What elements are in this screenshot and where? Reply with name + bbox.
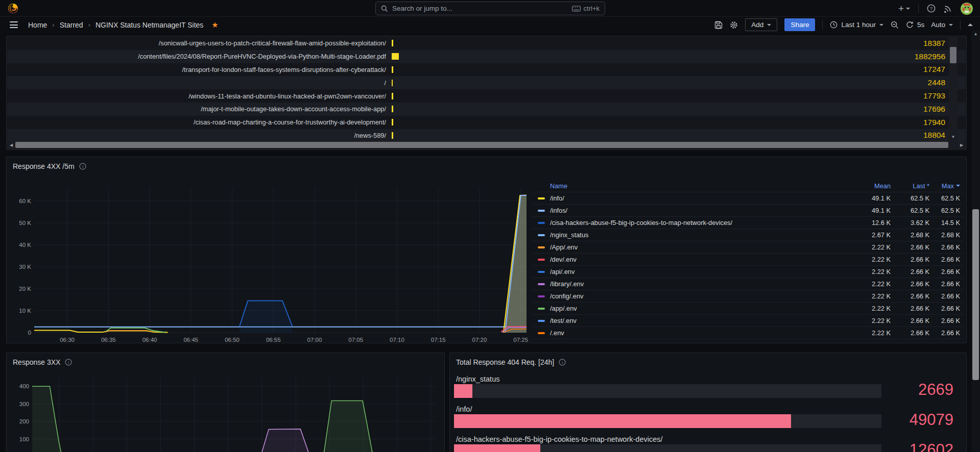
- favorite-star-icon[interactable]: ★: [211, 20, 218, 30]
- legend-row[interactable]: /library/.env2.22 K2.66 K2.66 K: [532, 278, 963, 290]
- bar-gauge-rows: /nginx_status2669/info/49079/cisa-hacker…: [456, 373, 953, 452]
- legend-series-name[interactable]: /App/.env: [550, 243, 855, 251]
- breadcrumb-starred[interactable]: Starred: [60, 21, 83, 29]
- row-value: 17940: [864, 118, 945, 127]
- timeseries-chart-4xx[interactable]: 010 K20 K30 K40 K50 K60 K06:3006:3506:40…: [11, 184, 528, 343]
- legend-series-name[interactable]: /config/.env: [550, 292, 855, 300]
- panel-header[interactable]: Response 3XX i: [13, 358, 72, 366]
- series-color-chip[interactable]: [538, 259, 545, 261]
- scrollbar-thumb[interactable]: [15, 142, 948, 148]
- series-color-chip[interactable]: [538, 210, 545, 212]
- page-scrollbar[interactable]: ▲: [971, 31, 980, 452]
- value-bar: [392, 93, 393, 99]
- clock-icon: [830, 21, 838, 29]
- legend-row[interactable]: /dev/.env2.22 K2.66 K2.66 K: [532, 253, 963, 265]
- dashboard-settings-button[interactable]: [730, 21, 738, 29]
- legend-series-name[interactable]: /library/.env: [550, 280, 855, 288]
- zoom-out-button[interactable]: [891, 21, 899, 29]
- info-icon[interactable]: i: [79, 163, 86, 170]
- legend-row[interactable]: /api/.env2.22 K2.66 K2.66 K: [532, 265, 963, 278]
- series-color-chip[interactable]: [538, 308, 545, 310]
- new-button[interactable]: +: [898, 4, 910, 13]
- table-row: /content/files/2024/08/Report-PureHVNC-D…: [7, 50, 966, 63]
- panel-header[interactable]: Total Response 404 Req. [24h] i: [456, 358, 566, 366]
- series-color-chip[interactable]: [538, 332, 545, 334]
- legend-mean-value: 2.22 K: [855, 268, 891, 275]
- legend-max-value: 62.5 K: [929, 207, 963, 214]
- share-button[interactable]: Share: [784, 18, 815, 31]
- legend-row[interactable]: /.env2.22 K2.66 K2.66 K: [532, 327, 963, 339]
- news-button[interactable]: [944, 4, 952, 13]
- user-avatar[interactable]: [961, 3, 973, 15]
- scrollbar-thumb[interactable]: [972, 209, 979, 380]
- help-button[interactable]: ?: [927, 4, 936, 13]
- scroll-up-arrow-icon[interactable]: ▲: [971, 32, 980, 36]
- search-input[interactable]: Search or jump to... ctrl+k: [375, 2, 605, 15]
- sort-desc-icon: [956, 185, 960, 187]
- menu-toggle-button[interactable]: [8, 19, 20, 30]
- legend-header-name[interactable]: Name: [532, 182, 855, 190]
- legend-row[interactable]: /nginx_status2.67 K2.68 K2.68 K: [532, 229, 963, 241]
- breadcrumb-home[interactable]: Home: [28, 21, 47, 29]
- legend-series-name[interactable]: /dev/.env: [550, 256, 855, 263]
- legend-row[interactable]: /infos/49.1 K62.5 K62.5 K: [532, 204, 963, 216]
- legend-series-name[interactable]: /test/.env: [550, 317, 855, 324]
- legend-mean-value: 2.67 K: [855, 231, 891, 239]
- legend-last-value: 2.66 K: [891, 317, 929, 324]
- chevron-up-icon[interactable]: [968, 23, 973, 26]
- row-bar-zone: [392, 119, 393, 126]
- search-icon: [381, 5, 388, 12]
- legend-row[interactable]: /info/49.1 K62.5 K62.5 K: [532, 192, 963, 204]
- panel-horizontal-scrollbar[interactable]: ◀ ▶: [7, 141, 966, 149]
- legend-mean-value: 2.22 K: [855, 329, 891, 337]
- legend-row[interactable]: /vendor/.env2.22 K2.66 K2.66 K: [532, 339, 963, 343]
- grafana-logo-icon[interactable]: [7, 3, 19, 14]
- scrollbar-thumb[interactable]: [950, 47, 957, 63]
- gauge-track: [454, 384, 881, 398]
- legend-max-value: 2.68 K: [929, 231, 963, 239]
- legend-header-mean[interactable]: Mean: [855, 182, 891, 190]
- legend-max-value: 14.5 K: [929, 219, 963, 227]
- save-dashboard-button[interactable]: [714, 21, 723, 29]
- row-value: 2448: [864, 78, 945, 87]
- scroll-left-arrow-icon[interactable]: ◀: [7, 143, 15, 147]
- timeseries-chart-3xx[interactable]: 100200300400: [9, 376, 441, 452]
- info-icon[interactable]: i: [65, 359, 72, 366]
- series-color-chip[interactable]: [538, 222, 545, 224]
- series-color-chip[interactable]: [538, 320, 545, 322]
- chart-plot-area[interactable]: [34, 188, 527, 333]
- info-icon[interactable]: i: [559, 359, 566, 366]
- legend-row[interactable]: /test/.env2.22 K2.66 K2.66 K: [532, 314, 963, 327]
- series-color-chip[interactable]: [538, 234, 545, 236]
- legend-row[interactable]: /app/.env2.22 K2.66 K2.66 K: [532, 302, 963, 314]
- series-color-chip[interactable]: [538, 246, 545, 248]
- breadcrumb-dashboard-title[interactable]: NGINX Status NetmanageIT Sites: [95, 21, 203, 29]
- time-range-picker[interactable]: Last 1 hour: [830, 21, 883, 29]
- legend-series-name[interactable]: /.env: [550, 329, 855, 337]
- legend-series-name[interactable]: /info/: [550, 194, 855, 202]
- panel-header[interactable]: Response 4XX /5m i: [13, 162, 86, 170]
- legend-series-name[interactable]: /app/.env: [550, 305, 855, 312]
- scroll-down-arrow-icon[interactable]: ▼: [949, 133, 958, 141]
- legend-header-last[interactable]: Last *: [891, 182, 929, 190]
- legend-series-name[interactable]: /api/.env: [550, 268, 855, 275]
- legend-max-value: 2.66 K: [929, 280, 963, 288]
- chart-plot-area[interactable]: [32, 378, 436, 452]
- legend-row[interactable]: /App/.env2.22 K2.66 K2.66 K: [532, 241, 963, 253]
- refresh-picker[interactable]: 5s Auto: [906, 21, 953, 29]
- add-button[interactable]: Add: [745, 18, 777, 31]
- legend-series-name[interactable]: /infos/: [550, 207, 855, 214]
- series-color-chip[interactable]: [538, 283, 545, 285]
- series-color-chip[interactable]: [538, 197, 545, 199]
- legend-series-name[interactable]: /cisa-hackers-abuse-f5-big-ip-cookies-to…: [550, 219, 855, 227]
- legend-series-name[interactable]: /vendor/.env: [550, 341, 855, 343]
- scroll-right-arrow-icon[interactable]: ▶: [958, 143, 966, 147]
- series-color-chip[interactable]: [538, 271, 545, 273]
- x-tick-label: 06:45: [183, 337, 198, 343]
- series-color-chip[interactable]: [538, 295, 545, 297]
- legend-row[interactable]: /config/.env2.22 K2.66 K2.66 K: [532, 290, 963, 302]
- legend-header-max[interactable]: Max: [929, 182, 963, 190]
- legend-row[interactable]: /cisa-hackers-abuse-f5-big-ip-cookies-to…: [532, 216, 963, 229]
- legend-series-name[interactable]: /nginx_status: [550, 231, 855, 239]
- panel-vertical-scrollbar[interactable]: ▼: [949, 37, 958, 141]
